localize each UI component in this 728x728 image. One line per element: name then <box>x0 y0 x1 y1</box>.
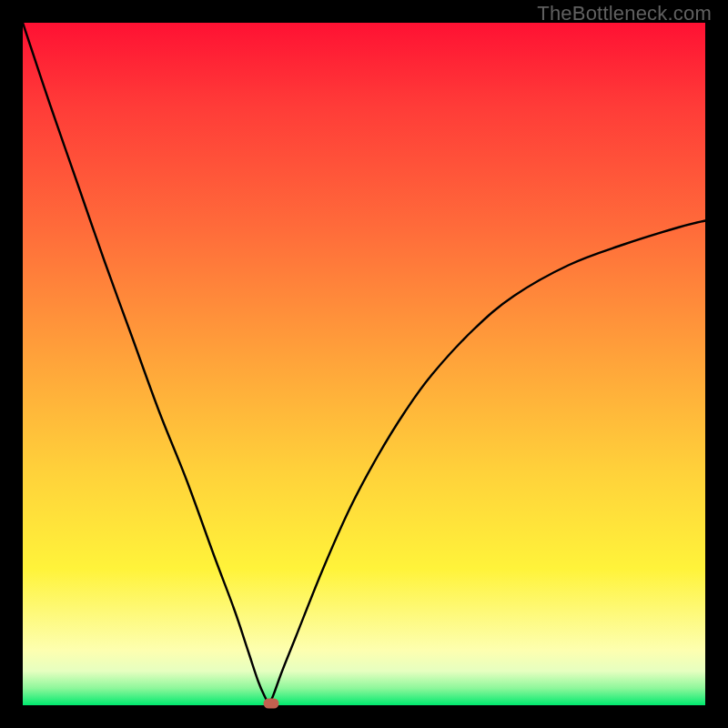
plot-area <box>23 23 705 705</box>
chart-frame: TheBottleneck.com <box>0 0 728 728</box>
bottleneck-curve <box>23 23 705 703</box>
minimum-marker <box>264 698 279 708</box>
curve-svg <box>23 23 705 705</box>
